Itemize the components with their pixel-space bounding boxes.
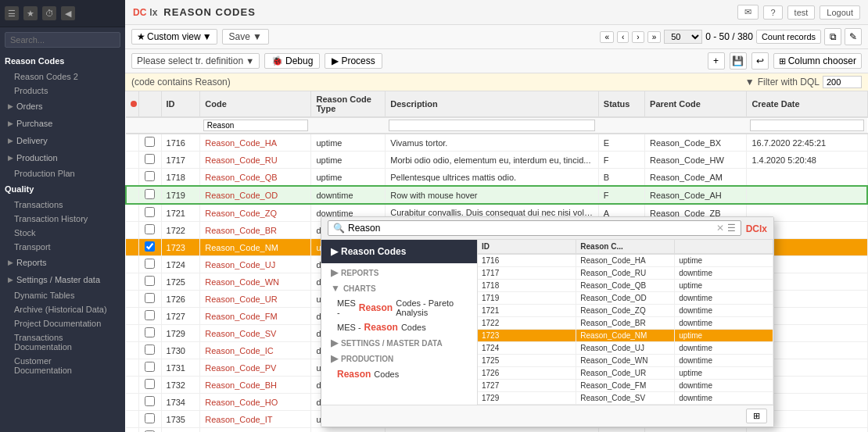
filter-definition-select[interactable]: Please select tr. definition ▼: [131, 53, 260, 69]
popup-table-row[interactable]: 1724 Reason_Code_UJ downtime: [478, 342, 773, 355]
pagination-first-btn[interactable]: «: [600, 31, 614, 43]
sidebar-item-stock[interactable]: Stock: [0, 226, 125, 240]
sidebar-item-transaction-history[interactable]: Transaction History: [0, 212, 125, 226]
sidebar-item-trans-doc[interactable]: Transactions Documentation: [0, 330, 125, 354]
count-records-btn[interactable]: Count records: [756, 30, 821, 44]
row-code: Reason_Code_WN: [200, 273, 311, 291]
add-button[interactable]: +: [708, 52, 725, 70]
sidebar-item-reports[interactable]: ▶ Reports: [0, 254, 125, 271]
popup-table-row[interactable]: 1725 Reason_Code_WN downtime: [478, 355, 773, 367]
popup-table-row[interactable]: 1729 Reason_Code_SV downtime: [478, 392, 773, 405]
edit-icon[interactable]: ✎: [845, 28, 862, 45]
star-icon[interactable]: ★: [23, 6, 38, 20]
menu-icon[interactable]: ☰: [5, 6, 19, 20]
sidebar-item-customer-doc[interactable]: Customer Documentation: [0, 354, 125, 377]
popup-search-input[interactable]: [348, 223, 713, 234]
logout-button[interactable]: Logout: [820, 5, 860, 20]
row-checkbox[interactable]: [139, 204, 161, 222]
table-row[interactable]: 1719 Reason_Code_OD downtime Row with mo…: [126, 186, 867, 204]
sidebar-item-reason-codes[interactable]: Reason Codes: [0, 52, 125, 70]
sidebar-item-production-plan[interactable]: Production Plan: [0, 166, 125, 180]
save-icon-btn[interactable]: 💾: [730, 52, 747, 70]
row-checkbox[interactable]: [139, 222, 161, 239]
search-desc-input[interactable]: [389, 120, 596, 131]
sidebar-item-production[interactable]: ▶ Production: [0, 149, 125, 166]
undo-icon-btn[interactable]: ↩: [751, 52, 769, 70]
sidebar-item-orders[interactable]: ▶ Orders: [0, 98, 125, 115]
popup-table-row[interactable]: 1723 Reason_Code_NM uptime: [478, 330, 773, 342]
table-row[interactable]: 1718 Reason_Code_QB uptime Pellentesque …: [126, 169, 867, 187]
popup-table-row[interactable]: 1727 Reason_Code_FM downtime: [478, 380, 773, 392]
row-checkbox[interactable]: [139, 325, 161, 342]
mail-button[interactable]: ✉: [737, 5, 759, 20]
custom-view-select[interactable]: ★ Custom view ▼: [131, 29, 217, 45]
popup-table-row[interactable]: 1721 Reason_Code_ZQ downtime: [478, 305, 773, 317]
table-row[interactable]: 1717 Reason_Code_RU uptime Morbi odio od…: [126, 152, 867, 169]
row-checkbox[interactable]: [139, 359, 161, 377]
popup-production-header[interactable]: ▶ Production: [321, 351, 477, 366]
popup-charts-header[interactable]: ▼ Charts: [321, 280, 477, 296]
row-checkbox[interactable]: [139, 308, 161, 325]
sidebar-item-dynamic-tables[interactable]: Dynamic Tables: [0, 288, 125, 302]
popup-nav-reason-codes[interactable]: ▶ Reason Codes: [321, 243, 477, 260]
sidebar-item-transactions[interactable]: Transactions: [0, 198, 125, 212]
per-page-select[interactable]: 50 100: [664, 30, 702, 44]
popup-table-row[interactable]: 1718 Reason_Code_QB uptime: [478, 280, 773, 292]
row-checkbox[interactable]: [139, 134, 161, 152]
popup-table-row[interactable]: 1719 Reason_Code_OD downtime: [478, 292, 773, 305]
search-code-input[interactable]: [203, 120, 308, 131]
search-icon: 🔍: [333, 223, 345, 234]
pagination-next-btn[interactable]: ›: [632, 31, 644, 43]
sidebar-search-input[interactable]: [5, 32, 120, 48]
sidebar-item-reason-codes-2[interactable]: Reason Codes 2: [0, 70, 125, 84]
save-button[interactable]: Save ▼: [222, 29, 269, 45]
debug-button[interactable]: 🐞 Debug: [264, 53, 320, 69]
sidebar-item-products[interactable]: Products: [0, 84, 125, 98]
chevron-icon[interactable]: ◀: [61, 6, 75, 20]
sidebar-item-archive[interactable]: Archive (Historical Data): [0, 302, 125, 316]
popup-charts-pareto[interactable]: MES - Reason Codes - Pareto Analysis: [321, 296, 477, 320]
popup-table-row[interactable]: 1722 Reason_Code_BR downtime: [478, 317, 773, 330]
filter-dql-input[interactable]: [823, 76, 862, 88]
row-checkbox[interactable]: [139, 273, 161, 291]
popup-settings-header[interactable]: ▶ Settings / Master data: [321, 335, 477, 351]
sidebar-item-quality[interactable]: Quality: [0, 180, 125, 198]
search-date-input[interactable]: [750, 120, 864, 131]
row-checkbox[interactable]: [139, 169, 161, 187]
popup-row-id: 1722: [478, 317, 576, 330]
row-checkbox[interactable]: [139, 256, 161, 273]
sidebar-item-delivery[interactable]: ▶ Delivery: [0, 132, 125, 149]
popup-resize-handle[interactable]: ⊞: [746, 409, 767, 423]
sidebar-item-settings[interactable]: ▶ Settings / Master data: [0, 271, 125, 288]
popup-reports-header[interactable]: ▶ Reports: [321, 265, 477, 280]
row-checkbox[interactable]: [139, 394, 161, 411]
clock-icon[interactable]: ⏱: [42, 6, 56, 20]
popup-production-reason[interactable]: Reason Codes: [321, 366, 477, 382]
sidebar-item-purchase[interactable]: ▶ Purchase: [0, 115, 125, 132]
sidebar-item-transport[interactable]: Transport: [0, 240, 125, 254]
popup-charts-mes[interactable]: MES - Reason Codes: [321, 320, 477, 335]
help-button[interactable]: ?: [763, 5, 782, 20]
row-checkbox[interactable]: [139, 428, 161, 433]
pagination-prev-btn[interactable]: ‹: [617, 31, 629, 43]
table-row[interactable]: 1736 Reason_Code_TW uptime Praesent lect…: [126, 428, 867, 433]
row-checkbox[interactable]: [139, 291, 161, 308]
row-checkbox[interactable]: [139, 377, 161, 394]
pagination-last-btn[interactable]: »: [647, 31, 662, 43]
row-checkbox[interactable]: [139, 411, 161, 428]
row-checkbox[interactable]: [139, 186, 161, 204]
process-button[interactable]: ▶ Process: [325, 53, 382, 69]
menu-icon-popup[interactable]: ☰: [727, 223, 736, 234]
clear-icon[interactable]: ✕: [716, 223, 724, 234]
row-checkbox[interactable]: [139, 239, 161, 256]
user-button[interactable]: test: [787, 5, 816, 20]
sidebar-item-project-doc[interactable]: Project Documentation: [0, 316, 125, 330]
column-chooser-btn[interactable]: ⊞ Column chooser: [773, 53, 862, 69]
row-checkbox[interactable]: [139, 342, 161, 359]
popup-table-row[interactable]: 1716 Reason_Code_HA uptime: [478, 254, 773, 267]
table-row[interactable]: 1716 Reason_Code_HA uptime Vivamus torto…: [126, 134, 867, 152]
row-checkbox[interactable]: [139, 152, 161, 169]
popup-table-row[interactable]: 1717 Reason_Code_RU downtime: [478, 267, 773, 280]
copy-icon[interactable]: ⧉: [824, 28, 841, 45]
popup-table-row[interactable]: 1726 Reason_Code_UR uptime: [478, 367, 773, 380]
